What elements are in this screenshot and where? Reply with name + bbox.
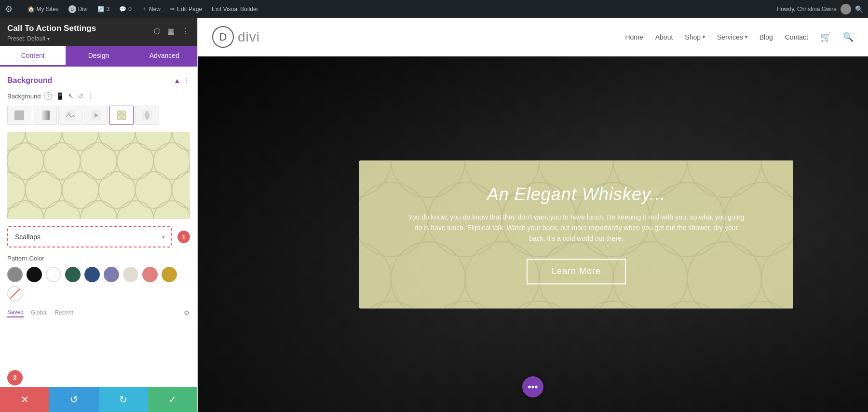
color-swatches [7,267,190,302]
color-swatch-current[interactable] [7,267,23,282]
wp-icon[interactable]: ⚙ [5,4,13,14]
cta-module: An Elegant Whiskey... You do know, you d… [359,160,793,308]
house-icon: 🏠 [27,6,35,13]
redo-button[interactable]: ↻ [99,387,148,412]
section-controls: ▲ ⋮ [174,77,190,84]
bg-device-icon[interactable]: 📱 [56,92,64,100]
bg-type-pattern-btn[interactable] [109,106,134,125]
admin-bar-right: Howdy, Christina Gwira 🔍 [777,4,863,14]
plus-icon: ＋ [141,5,147,13]
cta-body-text: You do know, you do know that they don't… [407,212,745,244]
nav-contact[interactable]: Contact [785,33,808,41]
bg-pointer-icon[interactable]: ↖ [68,92,74,100]
select-arrow-icon: ▾ [162,233,170,240]
my-sites-link[interactable]: 🏠 My Sites [26,6,61,13]
color-swatch-pink[interactable] [142,267,158,282]
color-swatch-white[interactable] [46,267,61,282]
section-options-dots[interactable]: ⋮ [183,77,190,84]
panel-more-button[interactable]: ⋮ [180,26,190,37]
user-avatar[interactable] [841,4,851,14]
cancel-button[interactable]: ✕ [0,387,49,412]
panel-preset[interactable]: Preset: Default ▾ [7,35,96,42]
cart-icon[interactable]: 🛒 [820,32,831,42]
color-swatch-light[interactable] [123,267,138,282]
color-tab-gear-icon[interactable]: ⚙ [184,309,190,317]
nav-home[interactable]: Home [625,33,643,41]
bg-undo-icon[interactable]: ↺ [78,92,83,100]
nav-about[interactable]: About [655,33,673,41]
floating-options-button[interactable]: ••• [522,376,543,398]
cta-title: An Elegant Whiskey... [388,184,764,205]
loop-icon: 🔄 [97,6,105,13]
cancel-icon: ✕ [21,394,29,405]
site-nav: Home About Shop ▾ Services ▾ Blog Contac [625,32,854,42]
logo-circle-d: D [212,26,234,48]
admin-search-icon[interactable]: 🔍 [855,5,863,13]
tab-design[interactable]: Design [66,46,131,67]
loop-link[interactable]: 🔄 3 [95,6,112,13]
admin-bar: ⚙ | 🏠 My Sites D Divi 🔄 3 💬 0 ＋ New ✏ Ed… [0,0,868,18]
bg-type-mask-btn[interactable] [135,106,159,125]
pattern-select-wrapper: None Scallops Circles Diamonds Hexagons … [7,226,172,247]
color-tab-global[interactable]: Global [31,309,48,317]
svg-rect-6 [117,110,126,120]
pattern-color-label: Pattern Color [7,255,190,262]
bottom-action-bar: ✕ ↺ ↻ ✓ [0,387,197,412]
bg-more-icon[interactable]: ⋮ [87,92,94,100]
bg-type-gradient-btn[interactable] [33,106,57,125]
cta-learn-more-button[interactable]: Learn More [527,259,626,284]
pattern-select[interactable]: None Scallops Circles Diamonds Hexagons … [9,228,162,246]
confirm-icon: ✓ [168,394,176,405]
color-swatch-gold[interactable] [162,267,177,282]
nav-services[interactable]: Services ▾ [717,33,747,41]
nav-search-icon[interactable]: 🔍 [843,32,854,42]
panel-header: Call To Action Settings Preset: Default … [0,18,197,46]
site-header: D divi Home About Shop ▾ Services ▾ [198,18,868,56]
badge-2: 2 [7,370,23,385]
new-link[interactable]: ＋ New [139,5,163,13]
preset-chevron: ▾ [47,36,50,41]
nav-blog[interactable]: Blog [760,33,773,41]
left-panel: Call To Action Settings Preset: Default … [0,18,198,412]
color-tab-saved[interactable]: Saved [7,309,24,317]
site-logo[interactable]: D divi [212,26,260,48]
exit-visual-builder-link[interactable]: Exit Visual Builder [210,6,260,13]
nav-shop[interactable]: Shop ▾ [685,33,705,41]
hero-area: An Elegant Whiskey... You do know, you d… [198,56,868,412]
undo-button[interactable]: ↺ [49,387,98,412]
dots-icon: ••• [528,382,538,393]
main-layout: Call To Action Settings Preset: Default … [0,18,868,412]
bg-help-icon[interactable]: ? [44,92,52,100]
howdy-text: Howdy, Christina Gwira [777,6,837,13]
color-swatch-purple[interactable] [104,267,119,282]
background-section-header: Background ▲ ⋮ [7,76,190,85]
bg-type-video-btn[interactable] [84,106,108,125]
panel-content: Background ▲ ⋮ Background ? 📱 ↖ ↺ ⋮ [0,67,197,387]
bg-type-image-btn[interactable] [58,106,82,125]
svg-rect-0 [14,110,24,120]
cta-content: An Elegant Whiskey... You do know, you d… [388,184,764,284]
redo-icon: ↻ [119,394,127,405]
color-swatch-black[interactable] [27,267,42,282]
svg-line-35 [9,288,21,300]
color-tab-recent[interactable]: Recent [55,309,73,317]
tab-content[interactable]: Content [0,46,66,67]
panel-columns-button[interactable]: ▦ [166,26,176,37]
section-title: Background [7,76,52,85]
color-swatch-none[interactable] [7,286,23,302]
divi-icon: D [68,5,76,13]
badge-1: 1 [177,231,190,243]
tab-advanced[interactable]: Advanced [132,46,197,67]
color-swatch-dark-green[interactable] [65,267,81,282]
comments-link[interactable]: 💬 0 [117,6,134,13]
right-preview: D divi Home About Shop ▾ Services ▾ [198,18,868,412]
pencil-icon: ✏ [170,6,175,13]
edit-page-link[interactable]: ✏ Edit Page [168,6,204,13]
divi-link[interactable]: D Divi [67,5,90,13]
color-swatch-dark-blue[interactable] [84,267,100,282]
confirm-button[interactable]: ✓ [148,387,197,412]
section-collapse-arrow[interactable]: ▲ [174,77,180,84]
panel-expand-button[interactable]: ⬡ [153,26,162,37]
bg-type-color-btn[interactable] [7,106,31,125]
bg-label: Background [7,93,41,100]
